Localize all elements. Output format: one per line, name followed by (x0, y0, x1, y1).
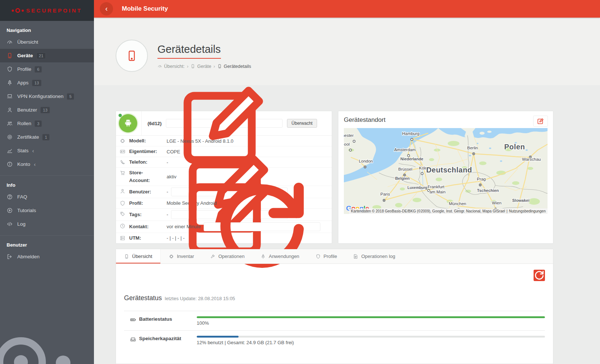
device-card-header: (6d12) Überwacht (116, 111, 332, 136)
sidebar-item-label: Benutzer (17, 107, 37, 113)
svg-text:Slowakei: Slowakei (512, 198, 530, 203)
device-info-rows: Modell:LGE - Nexus 5X - Android 8.1.0Eig… (116, 136, 332, 243)
status-bar-cell: 12% benutzt | Gesamt: 24.9 GB (21.7 GB f… (197, 333, 545, 345)
progress-fill (197, 316, 545, 318)
sidebar-item-badge: 3 (34, 120, 42, 127)
device-info-value-text: - | - | - | - (167, 235, 185, 241)
info-icon (7, 161, 13, 167)
device-info-value-text: vor einer Minute (167, 224, 201, 229)
edit-location-button[interactable] (533, 116, 548, 127)
map-attribution: Kartendaten © 2018 GeoBasis-DE/BKG (©200… (349, 208, 548, 214)
code-icon (7, 221, 13, 227)
refresh-status-button[interactable] (534, 270, 545, 281)
sidebar-item-label: Tutorials (17, 208, 36, 213)
sidebar-item-zertifikate[interactable]: Zertifikate1 (0, 130, 94, 144)
status-label: Speicherkapazität (124, 333, 197, 345)
sidebar-item-label: Apps (17, 80, 29, 85)
sidebar-item-profile[interactable]: Profile6 (0, 62, 94, 76)
securepoint-logo-icon (12, 8, 24, 13)
sidebar-item-label: Geräte (17, 53, 33, 58)
svg-text:Warschau: Warschau (522, 157, 541, 161)
tab-label: Profile (324, 254, 337, 259)
svg-text:chester: chester (344, 133, 354, 138)
progress-track (197, 316, 545, 318)
tab-label: Operationen log (361, 254, 395, 259)
sidebar-item-tutorials[interactable]: Tutorials (0, 204, 94, 217)
file-icon (353, 254, 358, 259)
status-row-speicherkapazität: Speicherkapazität12% benutzt | Gesamt: 2… (124, 330, 545, 350)
status-row-batteriestatus: Batteriestatus100% (124, 311, 545, 330)
device-location-card: Gerätestandort chesterpoolHamburgBerlinP… (338, 111, 553, 244)
sidebar-item-abmelden[interactable]: Abmelden (0, 250, 94, 263)
idcard-icon (120, 149, 126, 154)
sidebar-item-label: Übersicht (17, 39, 38, 45)
sidebar-item-übersicht[interactable]: Übersicht (0, 35, 94, 49)
sidebar-item-geräte[interactable]: Geräte21 (0, 49, 94, 62)
battery-icon (130, 317, 136, 323)
shield-icon (7, 66, 13, 72)
tab-content-uebersicht: Gerätestatus letztes Update: 28.08.2018 … (116, 264, 553, 364)
gauge-icon (7, 39, 13, 45)
tab-profile[interactable]: Profile (308, 249, 345, 263)
map[interactable]: chesterpoolHamburgBerlinPolenAmsterdamNi… (344, 128, 548, 214)
map-terms-link[interactable]: Nutzungsbedingungen (509, 209, 546, 213)
status-value-text: 100% (197, 320, 545, 326)
sidebar-item-label: VPN Konfigurationen (17, 94, 63, 99)
device-info-value: vor einer Minute (161, 222, 320, 231)
progress-track (197, 336, 545, 338)
status-label-text: Speicherkapazität (139, 336, 181, 345)
sidebar-item-konto[interactable]: Konto‹ (0, 157, 94, 171)
svg-text:Brüssel: Brüssel (398, 167, 412, 171)
device-info-label: Eigentümer: (129, 148, 161, 155)
refresh-kontakt--button[interactable] (204, 222, 320, 231)
sidebar-item-badge: 5 (67, 93, 74, 100)
sidebar-item-rollen[interactable]: Rollen3 (0, 117, 94, 130)
tab-operationen[interactable]: Operationen (202, 249, 253, 263)
user-icon (7, 107, 13, 113)
device-info-value-text: - (167, 160, 168, 165)
sidebar-item-faq[interactable]: FAQ (0, 190, 94, 204)
shield-icon (120, 200, 126, 206)
sidebar-section-title: Navigation (0, 21, 94, 35)
device-info-label: UTM: (129, 234, 161, 242)
sidebar-item-vpn-konfigurationen[interactable]: VPN Konfigurationen5 (0, 90, 94, 103)
sidebar-item-log[interactable]: Log (0, 217, 94, 231)
svg-text:Hamburg: Hamburg (402, 131, 419, 136)
tab-anwendungen[interactable]: Anwendungen (252, 249, 307, 263)
edit-device-name-button[interactable] (166, 119, 283, 128)
refresh-icon (534, 270, 545, 281)
play-icon (7, 207, 13, 214)
sidebar-item-benutzer[interactable]: Benutzer13 (0, 103, 94, 117)
tab-inventar[interactable]: Inventar (161, 249, 202, 263)
sidebar-item-badge: 13 (32, 80, 41, 86)
topbar-title: Mobile Security (122, 5, 168, 12)
chevron-left-icon: ‹ (105, 4, 108, 13)
sidebar-item-apps[interactable]: Apps13 (0, 76, 94, 90)
back-button[interactable]: ‹ (100, 2, 113, 15)
device-info-label: Telefon: (129, 159, 161, 166)
device-tabs-card: ÜbersichtInventarOperationenAnwendungenP… (116, 249, 553, 364)
tab-operationen-log[interactable]: Operationen log (345, 249, 403, 263)
sidebar-item-label: Konto (17, 161, 30, 167)
sidebar-item-label: Rollen (17, 121, 31, 126)
tab-label: Operationen (218, 254, 245, 259)
device-name: (6d12) (148, 121, 161, 126)
phone-icon (124, 254, 129, 259)
svg-text:München: München (449, 201, 466, 206)
content: (6d12) Überwacht Modell:LGE - Nexus 5X -… (94, 85, 600, 364)
svg-text:Tschechien: Tschechien (477, 188, 499, 193)
monitored-badge[interactable]: Überwacht (287, 119, 317, 128)
svg-text:London: London (359, 159, 373, 163)
securepoint-logo-text: SECUREPOINT (26, 7, 82, 14)
question-icon (7, 194, 13, 200)
progress-fill (197, 336, 239, 338)
tag-icon (120, 211, 126, 217)
tab-übersicht[interactable]: Übersicht (116, 249, 161, 263)
sidebar-item-stats[interactable]: Stats‹ (0, 144, 94, 157)
sidebar-item-label: Profile (17, 66, 31, 72)
disk-icon (130, 336, 136, 342)
logout-icon (7, 254, 13, 260)
device-info-label: Benutzer: (129, 188, 161, 196)
rocket-icon (7, 80, 13, 86)
svg-text:Paris: Paris (381, 192, 390, 196)
